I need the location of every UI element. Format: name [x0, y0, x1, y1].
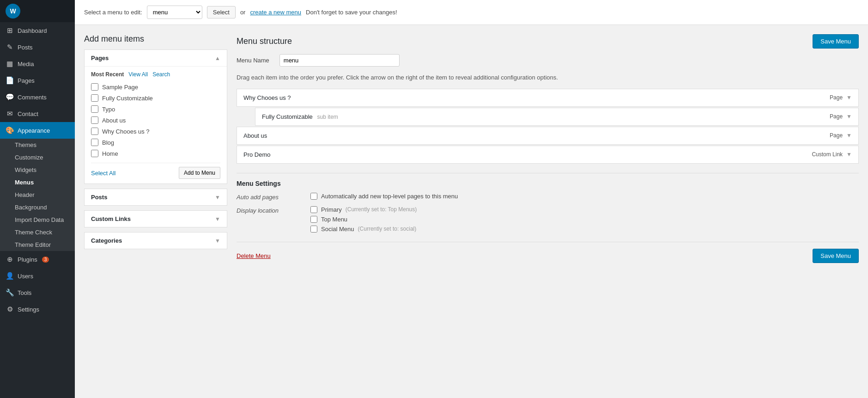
menu-item-about-us-toggle[interactable]: ▼	[846, 132, 852, 139]
tab-most-recent[interactable]: Most Recent	[91, 71, 124, 78]
sidebar-item-media[interactable]: ▦ Media	[0, 55, 75, 72]
select-menu-label: Select a menu to edit:	[84, 9, 142, 16]
posts-accordion-header[interactable]: Posts ▼	[85, 189, 227, 205]
menu-item-fully-customizable-toggle[interactable]: ▼	[846, 113, 852, 120]
pages-accordion-header[interactable]: Pages ▲	[85, 50, 227, 66]
page-label-home: Home	[102, 150, 118, 157]
sidebar-item-theme-editor[interactable]: Theme Editor	[0, 239, 75, 251]
page-item-typo[interactable]: Typo	[91, 105, 220, 113]
page-checkbox-sample-page[interactable]	[91, 83, 98, 91]
menu-item-pro-demo-toggle[interactable]: ▼	[846, 151, 852, 158]
create-new-menu-link[interactable]: create a new menu	[250, 9, 301, 16]
delete-menu-link[interactable]: Delete Menu	[237, 252, 271, 259]
page-item-about-us[interactable]: About us	[91, 116, 220, 124]
page-checkbox-blog[interactable]	[91, 139, 98, 146]
add-to-menu-button[interactable]: Add to Menu	[179, 167, 220, 179]
settings-icon: ⚙	[6, 305, 14, 313]
menu-name-input[interactable]	[279, 54, 400, 67]
wordpress-icon: W	[6, 4, 20, 18]
page-checkbox-typo[interactable]	[91, 105, 98, 113]
auto-add-row: Auto add pages Automatically add new top…	[237, 193, 859, 201]
menu-item-why-chooes-toggle[interactable]: ▼	[846, 94, 852, 101]
sidebar-item-comments[interactable]: 💬 Comments	[0, 89, 75, 105]
select-button[interactable]: Select	[207, 6, 236, 18]
categories-accordion-header[interactable]: Categories ▼	[85, 233, 227, 249]
sidebar-item-themes[interactable]: Themes	[0, 139, 75, 151]
page-item-why-chooes[interactable]: Why Chooes us ?	[91, 128, 220, 135]
footer-row: Delete Menu Save Menu	[237, 242, 859, 263]
auto-add-checkbox[interactable]	[310, 193, 317, 200]
sidebar-item-customize[interactable]: Customize	[0, 151, 75, 164]
tab-view-all[interactable]: View All	[128, 71, 148, 78]
location-social-menu-checkbox[interactable]	[310, 226, 317, 233]
menu-item-fully-customizable-type: Page	[830, 113, 843, 120]
sidebar-item-contact[interactable]: ✉ Contact	[0, 105, 75, 122]
sidebar-item-tools[interactable]: 🔧 Tools	[0, 284, 75, 301]
posts-accordion-chevron: ▼	[215, 194, 220, 201]
pages-accordion-label: Pages	[91, 55, 109, 61]
menu-item-pro-demo[interactable]: Pro Demo Custom Link ▼	[237, 146, 859, 164]
main-content: Select a menu to edit: menu Select or cr…	[75, 0, 868, 398]
sidebar-item-plugins[interactable]: ⊕ Plugins 3	[0, 251, 75, 268]
plugins-badge: 3	[42, 257, 49, 263]
sidebar-item-header[interactable]: Header	[0, 189, 75, 201]
menu-structure-title: Menu structure	[237, 37, 292, 46]
sidebar-item-appearance[interactable]: 🎨 Appearance	[0, 122, 75, 139]
drag-hint: Drag each item into the order you prefer…	[237, 73, 859, 82]
page-label-sample-page: Sample Page	[102, 84, 138, 91]
page-item-sample-page[interactable]: Sample Page	[91, 83, 220, 91]
page-checkbox-why-chooes[interactable]	[91, 128, 98, 135]
auto-add-option[interactable]: Automatically add new top-level pages to…	[310, 193, 458, 200]
display-location-options: Primary (Currently set to: Top Menus) To…	[310, 206, 417, 233]
location-top-menu-checkbox[interactable]	[310, 216, 317, 223]
location-primary[interactable]: Primary (Currently set to: Top Menus)	[310, 206, 417, 213]
select-all-link[interactable]: Select All	[91, 170, 115, 177]
menu-name-label: Menu Name	[237, 57, 269, 64]
tab-search[interactable]: Search	[152, 71, 170, 78]
sidebar-item-background[interactable]: Background	[0, 201, 75, 214]
posts-accordion-label: Posts	[91, 194, 107, 201]
menu-item-pro-demo-type: Custom Link	[812, 151, 843, 158]
sidebar-item-dashboard[interactable]: ⊞ Dashboard	[0, 22, 75, 39]
menu-item-fully-customizable[interactable]: Fully Customizable sub item Page ▼	[255, 108, 859, 126]
location-primary-note: (Currently set to: Top Menus)	[346, 206, 417, 213]
sidebar-item-posts[interactable]: ✎ Posts	[0, 39, 75, 55]
menu-item-why-chooes[interactable]: Why Chooes us ? Page ▼	[237, 89, 859, 107]
sidebar-item-import-demo[interactable]: Import Demo Data	[0, 214, 75, 226]
sidebar-item-pages[interactable]: 📄 Pages	[0, 72, 75, 89]
sidebar-item-widgets[interactable]: Widgets	[0, 164, 75, 176]
sidebar-item-users[interactable]: 👤 Users	[0, 268, 75, 284]
menu-item-sub-label: sub item	[317, 114, 338, 120]
location-top-menu[interactable]: Top Menu	[310, 216, 417, 223]
location-primary-checkbox[interactable]	[310, 206, 317, 213]
contact-icon: ✉	[6, 110, 14, 118]
page-item-blog[interactable]: Blog	[91, 139, 220, 146]
sidebar-item-menus[interactable]: Menus	[0, 176, 75, 189]
menu-item-about-us-label: About us	[243, 132, 267, 139]
save-menu-button-bottom[interactable]: Save Menu	[813, 249, 859, 263]
sidebar-item-settings[interactable]: ⚙ Settings	[0, 301, 75, 318]
location-primary-label: Primary	[321, 206, 342, 213]
menu-items-list: Why Chooes us ? Page ▼ Fully Customizabl…	[237, 89, 859, 164]
location-social-menu[interactable]: Social Menu (Currently set to: social)	[310, 226, 417, 233]
menu-item-pro-demo-right: Custom Link ▼	[812, 151, 852, 158]
page-label-typo: Typo	[102, 106, 115, 113]
save-menu-button-top[interactable]: Save Menu	[813, 34, 859, 49]
or-text: or	[240, 9, 246, 16]
pages-tabs: Most Recent View All Search	[91, 71, 220, 78]
page-checkbox-about-us[interactable]	[91, 116, 98, 124]
page-item-home[interactable]: Home	[91, 150, 220, 157]
pages-checkbox-list: Sample Page Fully Customizable Typo	[91, 83, 220, 157]
right-panel: Menu structure Save Menu Menu Name Drag …	[237, 34, 859, 263]
location-top-menu-label: Top Menu	[321, 216, 347, 223]
menu-item-about-us[interactable]: About us Page ▼	[237, 127, 859, 145]
menu-select[interactable]: menu	[147, 6, 202, 19]
content-area: Add menu items Pages ▲ Most Recent View …	[75, 25, 868, 272]
page-checkbox-home[interactable]	[91, 150, 98, 157]
sidebar-item-theme-check[interactable]: Theme Check	[0, 226, 75, 239]
page-checkbox-fully-customizable[interactable]	[91, 94, 98, 102]
page-item-fully-customizable[interactable]: Fully Customizable	[91, 94, 220, 102]
custom-links-accordion-header[interactable]: Custom Links ▼	[85, 211, 227, 227]
menu-item-pro-demo-label: Pro Demo	[243, 151, 271, 158]
menu-settings-title: Menu Settings	[237, 173, 859, 187]
